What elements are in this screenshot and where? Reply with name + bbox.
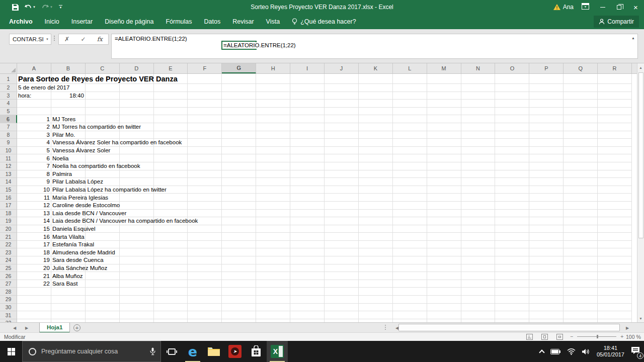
cell-H9[interactable] [256,139,290,147]
row-header-31[interactable]: 31 [0,311,17,319]
cell-A9[interactable]: 4 [17,139,51,147]
cell-P3[interactable] [529,92,564,100]
cell-F18[interactable] [188,210,222,218]
cell-N19[interactable] [461,217,496,225]
undo-dropdown-icon[interactable]: ▼ [33,6,36,9]
cell-P16[interactable] [529,194,564,202]
cell-B24[interactable]: Sara desde Cuenca [51,256,86,264]
cell-J17[interactable] [325,202,359,210]
cell-R28[interactable] [598,288,632,296]
cell-C21[interactable] [86,233,120,241]
cell-G15[interactable] [222,186,256,194]
cell-H1[interactable] [256,74,290,84]
cell-H19[interactable] [256,217,290,225]
row-header-30[interactable]: 30 [0,304,17,312]
cell-G24[interactable] [222,256,256,264]
cell-R19[interactable] [598,217,632,225]
cell-M25[interactable] [427,264,461,273]
cell-A5[interactable] [17,108,51,116]
cell-N14[interactable] [461,178,496,186]
cell-B23[interactable]: Almudena desde Madrid [51,248,86,256]
cell-J30[interactable] [325,304,359,312]
cell-N9[interactable] [461,139,496,147]
cell-Q16[interactable] [564,194,598,202]
cell-P7[interactable] [529,123,564,131]
cell-R6[interactable] [598,115,632,123]
cell-P19[interactable] [529,217,564,225]
cell-K16[interactable] [359,194,393,202]
row-header-3[interactable]: 3 [0,92,17,100]
cell-F10[interactable] [188,147,222,155]
cell-B8[interactable]: Pilar Mo. [51,131,86,139]
cell-E8[interactable] [154,131,188,139]
cell-Q4[interactable] [564,100,598,108]
cell-R11[interactable] [598,154,632,162]
zoom-in-icon[interactable]: + [620,333,623,339]
row-header-19[interactable]: 19 [0,217,17,225]
row-header-18[interactable]: 18 [0,210,17,218]
cell-R26[interactable] [598,272,632,280]
cell-P27[interactable] [529,280,564,288]
cell-K24[interactable] [359,256,393,264]
cell-R17[interactable] [598,202,632,210]
cell-D29[interactable] [120,296,154,304]
cell-G7[interactable] [222,123,256,131]
cell-I31[interactable] [290,311,325,319]
cell-O3[interactable] [495,92,529,100]
cell-O11[interactable] [495,154,529,162]
cell-P2[interactable] [529,84,564,92]
tab-datos[interactable]: Datos [198,14,227,29]
cell-B10[interactable]: Vanessa Álvarez Soler [51,147,86,155]
cell-Q23[interactable] [564,248,598,256]
cell-P30[interactable] [529,304,564,312]
cell-D13[interactable] [120,170,154,178]
cell-H28[interactable] [256,288,290,296]
cell-D22[interactable] [120,241,154,249]
cell-H29[interactable] [256,296,290,304]
cell-D26[interactable] [120,272,154,280]
cell-I1[interactable] [290,74,325,84]
row-header-5[interactable]: 5 [0,108,17,116]
row-header-1[interactable]: 1 [0,74,17,84]
cell-G8[interactable] [222,131,256,139]
cell-I22[interactable] [290,241,325,249]
cell-M1[interactable] [427,74,461,84]
cell-B17[interactable]: Caroline desde Estocolmo [51,202,86,210]
cell-R20[interactable] [598,225,632,233]
cell-Q2[interactable] [564,84,598,92]
cell-K23[interactable] [359,248,393,256]
cell-F7[interactable] [188,123,222,131]
hscroll-right-icon[interactable]: ▶ [622,323,633,333]
cell-O26[interactable] [495,272,529,280]
cell-P20[interactable] [529,225,564,233]
cell-K21[interactable] [359,233,393,241]
cell-J26[interactable] [325,272,359,280]
cell-A25[interactable]: 20 [17,264,51,273]
cell-E24[interactable] [154,256,188,264]
cell-Q17[interactable] [564,202,598,210]
cell-O31[interactable] [495,311,529,319]
cell-B29[interactable] [51,296,86,304]
cell-I21[interactable] [290,233,325,241]
cell-N5[interactable] [461,108,496,116]
cell-D21[interactable] [120,233,154,241]
cell-R18[interactable] [598,210,632,218]
cell-M8[interactable] [427,131,461,139]
cell-C31[interactable] [86,311,120,319]
cell-F28[interactable] [188,288,222,296]
cell-R14[interactable] [598,178,632,186]
cell-M19[interactable] [427,217,461,225]
cell-H17[interactable] [256,202,290,210]
normal-view-icon[interactable] [526,334,533,340]
cell-L3[interactable] [393,92,427,100]
cell-I11[interactable] [290,154,325,162]
cell-B20[interactable]: Daniela Esquivel [51,225,86,233]
cell-N25[interactable] [461,264,496,273]
cell-C8[interactable] [86,131,120,139]
row-header-8[interactable]: 8 [0,131,17,139]
name-box-dropdown-icon[interactable]: ▼ [44,34,51,44]
cell-G4[interactable] [222,100,256,108]
column-header-E[interactable]: E [154,63,188,73]
cell-M14[interactable] [427,178,461,186]
cell-G16[interactable] [222,194,256,202]
